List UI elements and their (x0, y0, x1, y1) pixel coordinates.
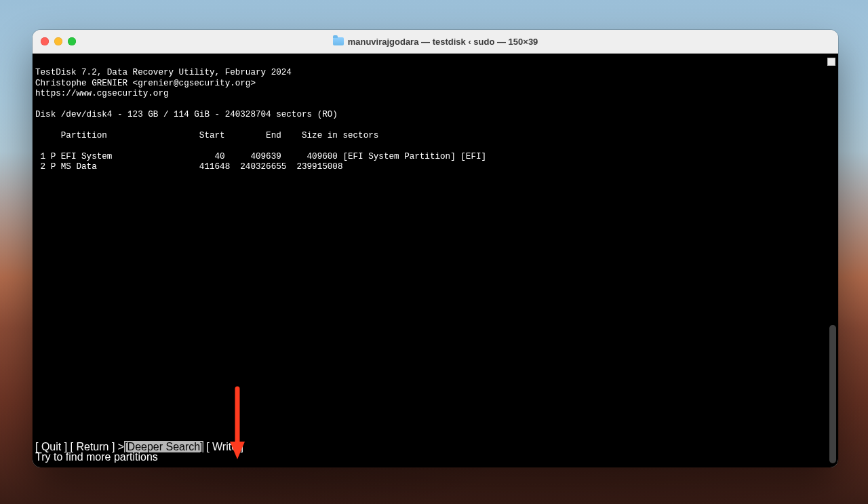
terminal-content: TestDisk 7.2, Data Recovery Utility, Feb… (33, 54, 827, 467)
window-titlebar[interactable]: manuvirajgodara — testdisk ‹ sudo — 150×… (33, 30, 838, 54)
menu-helper-text: Try to find more partitions (35, 451, 158, 463)
window-title: manuvirajgodara — testdisk ‹ sudo — 150×… (33, 37, 838, 47)
disk-info-line: Disk /dev/disk4 - 123 GB / 114 GiB - 240… (35, 110, 338, 119)
window-title-text: manuvirajgodara — testdisk ‹ sudo — 150×… (348, 37, 538, 47)
scroll-indicator-icon (827, 58, 835, 66)
app-header-line3: https://www.cgsecurity.org (35, 89, 169, 98)
minimize-icon[interactable] (54, 37, 62, 45)
partition-row: 1 P EFI System 40 409639 409600 [EFI Sys… (35, 152, 486, 161)
app-header-line1: TestDisk 7.2, Data Recovery Utility, Feb… (35, 68, 292, 77)
scrollbar[interactable] (829, 325, 836, 463)
zoom-icon[interactable] (68, 37, 76, 45)
desktop-background: manuvirajgodara — testdisk ‹ sudo — 150×… (0, 0, 868, 504)
window-controls (41, 37, 76, 45)
terminal-window: manuvirajgodara — testdisk ‹ sudo — 150×… (33, 30, 838, 467)
partition-row: 2 P MS Data 411648 240326655 239915008 (35, 162, 342, 172)
partition-table-header: Partition Start End Size in sectors (35, 131, 378, 140)
menu-write[interactable]: [ Write ] (203, 441, 243, 452)
app-header-line2: Christophe GRENIER <grenier@cgsecurity.o… (35, 79, 256, 88)
folder-icon (333, 37, 344, 45)
terminal-body[interactable]: TestDisk 7.2, Data Recovery Utility, Feb… (33, 54, 838, 467)
close-icon[interactable] (41, 37, 49, 45)
